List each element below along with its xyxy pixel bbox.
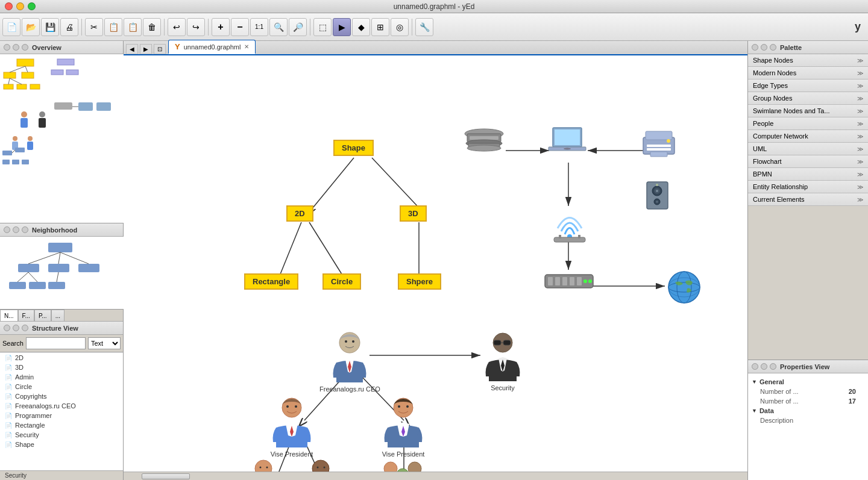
node-scanner[interactable]	[462, 128, 506, 155]
struct-item-shape[interactable]: 📄 Shape	[0, 440, 123, 449]
overview-ctrl-3[interactable]	[22, 44, 28, 51]
struct-ctrl-2[interactable]	[13, 325, 19, 331]
node-globe[interactable]	[666, 269, 702, 305]
neigh-ctrl-3[interactable]	[22, 226, 28, 233]
node-rectangle[interactable]: Rectangle	[244, 273, 298, 290]
node-3d[interactable]: 3D	[400, 205, 427, 222]
orthogonal-button[interactable]: ◆	[352, 18, 370, 36]
tab-more[interactable]: ...	[51, 310, 64, 321]
struct-item-copyrights[interactable]: 📄 Copyrights	[0, 391, 123, 401]
snap-button[interactable]: ▶	[333, 18, 351, 36]
struct-ctrl-1[interactable]	[4, 325, 10, 331]
palette-item-people[interactable]: People ≫	[748, 117, 868, 130]
tab-f[interactable]: F...	[18, 310, 34, 321]
struct-item-security[interactable]: 📄 Security	[0, 430, 123, 440]
fit-page-button[interactable]: ⬚	[313, 18, 332, 36]
zoom-fit-button[interactable]: 1:1	[250, 18, 268, 36]
node-speaker[interactable]	[641, 179, 674, 215]
node-security[interactable]: Security	[482, 329, 524, 391]
palette-item-uml[interactable]: UML ≫	[748, 143, 868, 155]
print-button[interactable]: 🖨	[60, 18, 78, 36]
palette-ctrl-3[interactable]	[770, 44, 776, 51]
general-toggle[interactable]: ▼	[752, 379, 757, 385]
node-vp1[interactable]: Vise President	[270, 396, 313, 458]
search-type-select[interactable]: Text Regex	[88, 337, 121, 349]
zoom-in-button[interactable]: +	[212, 18, 230, 36]
node-laptop[interactable]	[546, 125, 589, 161]
node-circle[interactable]: Circle	[322, 273, 361, 290]
scrollbar-thumb[interactable]	[142, 473, 190, 479]
struct-item-programmer[interactable]: 📄 Programmer	[0, 411, 123, 420]
palette-ctrl-1[interactable]	[752, 44, 758, 51]
redo-button[interactable]: ↪	[187, 18, 205, 36]
copy-button[interactable]: 📋	[104, 18, 122, 36]
cut-button[interactable]: ✂	[85, 18, 103, 36]
layout-button[interactable]: 🔧	[415, 18, 433, 36]
palette-item-swimlane[interactable]: Swimlane Nodes and Ta... ≫	[748, 105, 868, 117]
palette-item-bpmn[interactable]: BPMN ≫	[748, 168, 868, 181]
palette-item-computer-network[interactable]: Computer Network ≫	[748, 130, 868, 143]
node-shpere[interactable]: Shpere	[398, 273, 441, 290]
neighborhood-canvas[interactable]	[0, 237, 124, 309]
palette-item-group-nodes[interactable]: Group Nodes ≫	[748, 92, 868, 105]
horizontal-scrollbar[interactable]	[124, 472, 747, 480]
palette-item-modern-nodes[interactable]: Modern Nodes ≫	[748, 67, 868, 79]
overview-ctrl-1[interactable]	[4, 44, 10, 51]
props-ctrl-2[interactable]	[761, 363, 767, 370]
structure-list[interactable]: 📄 2D 📄 3D 📄 Admin 📄 Circle 📄 Copy	[0, 352, 123, 470]
paste-button[interactable]: 📋	[124, 18, 142, 36]
zoom-area-button[interactable]: 🔎	[289, 18, 307, 36]
data-toggle[interactable]: ▼	[752, 408, 757, 414]
node-2d[interactable]: 2D	[286, 205, 313, 222]
neigh-ctrl-2[interactable]	[13, 226, 19, 233]
close-button[interactable]	[5, 2, 13, 10]
graph-canvas[interactable]: Shape 2D 3D Rectangle Circle Shpere	[124, 55, 747, 472]
search-input[interactable]	[26, 337, 86, 349]
maximize-button[interactable]	[28, 2, 36, 10]
node-router[interactable]	[542, 270, 596, 293]
node-vp2[interactable]: Vise President	[382, 396, 425, 458]
overview-ctrl-2[interactable]	[13, 44, 19, 51]
open-button[interactable]: 📂	[22, 18, 40, 36]
node-shape[interactable]: Shape	[333, 140, 374, 156]
undo-button[interactable]: ↩	[168, 18, 186, 36]
struct-item-circle[interactable]: 📄 Circle	[0, 382, 123, 391]
tab-nav-next[interactable]: ▶	[140, 44, 152, 54]
struct-item-ceo[interactable]: 📄 Freeanalogs.ru CEO	[0, 401, 123, 411]
tab-p[interactable]: P...	[34, 310, 51, 321]
palette-item-current-elements[interactable]: Current Elements ≫	[748, 193, 868, 206]
node-ceo[interactable]: Freeanalogs.ru CEO	[319, 329, 380, 393]
struct-item-3d[interactable]: 📄 3D	[0, 363, 123, 372]
palette-item-entity-relationship[interactable]: Entity Relationship ≫	[748, 181, 868, 193]
props-ctrl-1[interactable]	[752, 363, 758, 370]
node-printer[interactable]	[637, 126, 681, 160]
node-copyrights[interactable]: Copyrights	[376, 458, 430, 472]
zoom-reset-button[interactable]: 🔍	[269, 18, 288, 36]
palette-item-shape-nodes[interactable]: Shape Nodes ≫	[748, 54, 868, 67]
tab-nav-prev[interactable]: ◀	[126, 44, 138, 54]
overview-canvas[interactable]	[0, 54, 124, 223]
tab-close-btn[interactable]: ✕	[244, 43, 249, 50]
new-button[interactable]: 📄	[2, 18, 20, 36]
save-button[interactable]: 💾	[41, 18, 59, 36]
palette-ctrl-2[interactable]	[761, 44, 767, 51]
grid-button[interactable]: ⊞	[371, 18, 389, 36]
struct-item-admin[interactable]: 📄 Admin	[0, 372, 123, 382]
scrollbar-track[interactable]	[124, 472, 747, 480]
delete-button[interactable]: 🗑	[143, 18, 161, 36]
props-ctrl-3[interactable]	[770, 363, 776, 370]
palette-item-edge-types[interactable]: Edge Types ≫	[748, 79, 868, 92]
tab-unnamed[interactable]: Y unnamed0.graphml ✕	[168, 40, 256, 54]
palette-item-flowchart[interactable]: Flowchart ≫	[748, 155, 868, 168]
struct-ctrl-3[interactable]	[22, 325, 28, 331]
struct-item-rectangle[interactable]: 📄 Rectangle	[0, 420, 123, 430]
tab-nav-list[interactable]: ⊡	[154, 44, 166, 54]
node-admin[interactable]: Admin	[244, 458, 283, 472]
overview-toggle[interactable]: ◎	[391, 18, 409, 36]
neigh-ctrl-1[interactable]	[4, 226, 10, 233]
minimize-button[interactable]	[16, 2, 24, 10]
node-programmer[interactable]: Programmer	[301, 458, 341, 472]
node-wifi[interactable]	[546, 201, 594, 243]
struct-item-2d[interactable]: 📄 2D	[0, 353, 123, 363]
zoom-out-button[interactable]: −	[231, 18, 249, 36]
